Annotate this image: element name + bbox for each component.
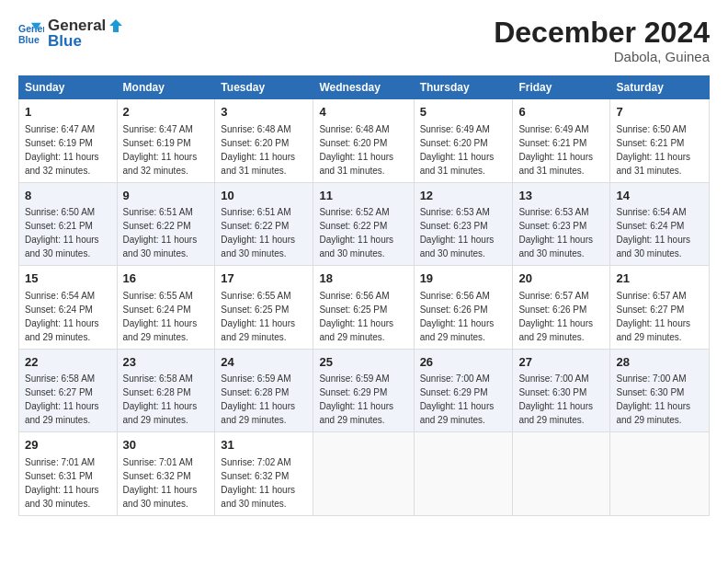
calendar-cell: 8 Sunrise: 6:50 AMSunset: 6:21 PMDayligh… (19, 182, 118, 266)
svg-marker-3 (109, 19, 122, 32)
day-number: 20 (518, 270, 604, 287)
day-number: 16 (123, 270, 210, 287)
day-number: 28 (616, 354, 703, 371)
day-number: 31 (221, 437, 307, 454)
day-info: Sunrise: 6:48 AMSunset: 6:20 PMDaylight:… (319, 124, 393, 176)
calendar-cell (313, 432, 414, 516)
day-info: Sunrise: 6:59 AMSunset: 6:28 PMDaylight:… (221, 373, 295, 425)
day-number: 6 (518, 104, 604, 121)
day-number: 3 (221, 104, 307, 121)
day-info: Sunrise: 7:00 AMSunset: 6:30 PMDaylight:… (518, 373, 593, 425)
calendar-cell: 21 Sunrise: 6:57 AMSunset: 6:27 PMDaylig… (610, 266, 710, 350)
calendar-cell (414, 432, 513, 516)
logo: General Blue General Blue (18, 17, 124, 51)
day-info: Sunrise: 6:59 AMSunset: 6:29 PMDaylight:… (319, 373, 393, 425)
logo-icon: General Blue (18, 21, 44, 47)
day-info: Sunrise: 6:51 AMSunset: 6:22 PMDaylight:… (221, 207, 295, 259)
calendar-cell: 22 Sunrise: 6:58 AMSunset: 6:27 PMDaylig… (19, 349, 118, 432)
svg-text:General: General (18, 23, 44, 34)
day-number: 19 (420, 270, 507, 287)
calendar-header-wednesday: Wednesday (313, 76, 414, 99)
day-number: 11 (319, 188, 407, 204)
day-number: 15 (25, 270, 111, 287)
calendar-header-sunday: Sunday (19, 76, 118, 99)
day-number: 18 (319, 270, 407, 287)
calendar-cell: 24 Sunrise: 6:59 AMSunset: 6:28 PMDaylig… (215, 349, 313, 432)
calendar-cell: 26 Sunrise: 7:00 AMSunset: 6:29 PMDaylig… (414, 349, 513, 432)
calendar-cell: 13 Sunrise: 6:53 AMSunset: 6:23 PMDaylig… (513, 182, 610, 266)
day-number: 5 (420, 104, 507, 121)
day-info: Sunrise: 6:50 AMSunset: 6:21 PMDaylight:… (616, 124, 690, 176)
calendar-cell: 7 Sunrise: 6:50 AMSunset: 6:21 PMDayligh… (610, 99, 710, 183)
calendar-cell: 6 Sunrise: 6:49 AMSunset: 6:21 PMDayligh… (513, 99, 610, 183)
day-info: Sunrise: 7:00 AMSunset: 6:30 PMDaylight:… (616, 373, 690, 425)
main-title: December 2024 (494, 17, 710, 49)
day-number: 26 (420, 354, 507, 371)
day-info: Sunrise: 7:01 AMSunset: 6:31 PMDaylight:… (25, 457, 99, 509)
day-number: 1 (25, 104, 111, 121)
day-info: Sunrise: 6:49 AMSunset: 6:21 PMDaylight:… (518, 124, 593, 176)
calendar-cell: 14 Sunrise: 6:54 AMSunset: 6:24 PMDaylig… (610, 182, 710, 266)
calendar-cell: 4 Sunrise: 6:48 AMSunset: 6:20 PMDayligh… (313, 99, 414, 183)
day-info: Sunrise: 7:02 AMSunset: 6:32 PMDaylight:… (221, 457, 295, 509)
day-info: Sunrise: 6:47 AMSunset: 6:19 PMDaylight:… (25, 124, 99, 176)
calendar-table: SundayMondayTuesdayWednesdayThursdayFrid… (18, 75, 710, 516)
calendar-cell: 31 Sunrise: 7:02 AMSunset: 6:32 PMDaylig… (215, 432, 313, 516)
day-number: 13 (518, 188, 604, 204)
calendar-cell: 18 Sunrise: 6:56 AMSunset: 6:25 PMDaylig… (313, 266, 414, 350)
day-info: Sunrise: 6:48 AMSunset: 6:20 PMDaylight:… (221, 124, 295, 176)
day-info: Sunrise: 6:56 AMSunset: 6:25 PMDaylight:… (319, 291, 393, 342)
calendar-header-monday: Monday (117, 76, 215, 99)
calendar-cell: 16 Sunrise: 6:55 AMSunset: 6:24 PMDaylig… (117, 266, 215, 350)
calendar-cell: 5 Sunrise: 6:49 AMSunset: 6:20 PMDayligh… (414, 99, 513, 183)
calendar-cell: 27 Sunrise: 7:00 AMSunset: 6:30 PMDaylig… (513, 349, 610, 432)
calendar-cell: 17 Sunrise: 6:55 AMSunset: 6:25 PMDaylig… (215, 266, 313, 350)
calendar-cell: 12 Sunrise: 6:53 AMSunset: 6:23 PMDaylig… (414, 182, 513, 266)
header: General Blue General Blue December 2024 … (18, 17, 710, 64)
day-number: 12 (420, 188, 507, 204)
calendar-cell: 23 Sunrise: 6:58 AMSunset: 6:28 PMDaylig… (117, 349, 215, 432)
svg-text:Blue: Blue (18, 33, 40, 44)
calendar-week-3: 15 Sunrise: 6:54 AMSunset: 6:24 PMDaylig… (19, 266, 710, 350)
day-number: 21 (616, 270, 703, 287)
day-info: Sunrise: 6:53 AMSunset: 6:23 PMDaylight:… (420, 207, 495, 259)
day-number: 24 (221, 354, 307, 371)
day-number: 29 (25, 437, 111, 454)
calendar-cell: 2 Sunrise: 6:47 AMSunset: 6:19 PMDayligh… (117, 99, 215, 183)
day-number: 23 (123, 354, 210, 371)
day-info: Sunrise: 6:57 AMSunset: 6:26 PMDaylight:… (518, 291, 593, 342)
day-number: 4 (319, 104, 407, 121)
calendar-header-saturday: Saturday (610, 76, 710, 99)
day-number: 10 (221, 188, 307, 204)
day-info: Sunrise: 6:54 AMSunset: 6:24 PMDaylight:… (616, 207, 690, 259)
calendar-week-5: 29 Sunrise: 7:01 AMSunset: 6:31 PMDaylig… (19, 432, 710, 516)
calendar-cell: 11 Sunrise: 6:52 AMSunset: 6:22 PMDaylig… (313, 182, 414, 266)
day-number: 30 (123, 437, 210, 454)
page: General Blue General Blue December 2024 … (0, 0, 728, 525)
calendar-cell (513, 432, 610, 516)
calendar-cell: 9 Sunrise: 6:51 AMSunset: 6:22 PMDayligh… (117, 182, 215, 266)
day-info: Sunrise: 6:55 AMSunset: 6:25 PMDaylight:… (221, 291, 295, 342)
day-number: 2 (123, 104, 210, 121)
calendar-cell (610, 432, 710, 516)
day-number: 9 (123, 188, 210, 204)
day-number: 25 (319, 354, 407, 371)
day-info: Sunrise: 6:58 AMSunset: 6:27 PMDaylight:… (25, 373, 99, 425)
day-info: Sunrise: 6:49 AMSunset: 6:20 PMDaylight:… (420, 124, 495, 176)
day-info: Sunrise: 6:53 AMSunset: 6:23 PMDaylight:… (518, 207, 593, 259)
day-number: 27 (518, 354, 604, 371)
calendar-cell: 29 Sunrise: 7:01 AMSunset: 6:31 PMDaylig… (19, 432, 118, 516)
calendar-header-tuesday: Tuesday (215, 76, 313, 99)
logo-blue: Blue (48, 32, 124, 51)
calendar-week-2: 8 Sunrise: 6:50 AMSunset: 6:21 PMDayligh… (19, 182, 710, 266)
calendar-cell: 25 Sunrise: 6:59 AMSunset: 6:29 PMDaylig… (313, 349, 414, 432)
calendar-cell: 30 Sunrise: 7:01 AMSunset: 6:32 PMDaylig… (117, 432, 215, 516)
calendar-cell: 3 Sunrise: 6:48 AMSunset: 6:20 PMDayligh… (215, 99, 313, 183)
day-info: Sunrise: 6:56 AMSunset: 6:26 PMDaylight:… (420, 291, 495, 342)
day-number: 22 (25, 354, 111, 371)
calendar-cell: 10 Sunrise: 6:51 AMSunset: 6:22 PMDaylig… (215, 182, 313, 266)
day-info: Sunrise: 7:01 AMSunset: 6:32 PMDaylight:… (123, 457, 198, 509)
day-number: 7 (616, 104, 703, 121)
calendar-cell: 15 Sunrise: 6:54 AMSunset: 6:24 PMDaylig… (19, 266, 118, 350)
day-info: Sunrise: 6:55 AMSunset: 6:24 PMDaylight:… (123, 291, 198, 342)
